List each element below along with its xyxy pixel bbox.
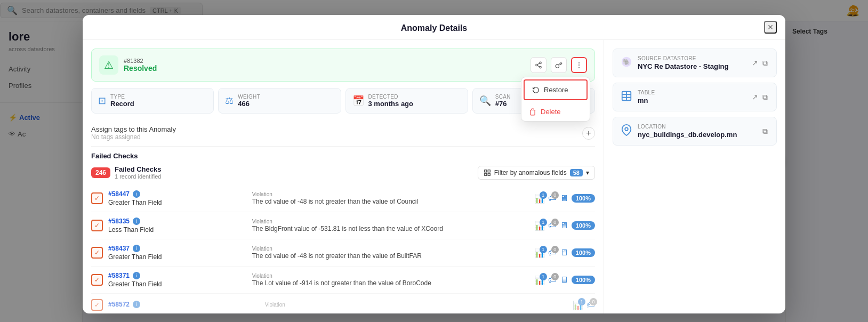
meta-weight-card: ⚖ Weight 466 bbox=[218, 88, 341, 114]
meta-cards: ⊡ Type Record ⚖ Weight 466 📅 bbox=[91, 88, 595, 114]
check-id-row-3: #58371 i bbox=[108, 272, 247, 279]
anomaly-id-info: #81382 Resolved bbox=[124, 58, 157, 73]
add-tag-button[interactable]: + bbox=[582, 127, 595, 140]
svg-line-4 bbox=[537, 63, 540, 65]
bar-chart-badge-4[interactable]: 📊 1 bbox=[573, 300, 583, 310]
heart-badge-1[interactable]: 🏷 0 bbox=[548, 221, 557, 230]
svg-point-1 bbox=[536, 64, 538, 66]
violation-label-3: Violation bbox=[252, 273, 529, 279]
failed-sub-label: 1 record identified bbox=[115, 173, 161, 180]
check-checkbox-4[interactable]: ✓ bbox=[91, 299, 103, 311]
weight-label: Weight bbox=[238, 94, 260, 100]
scan-value: #76 bbox=[495, 100, 511, 108]
tags-empty-label: No tags assigned bbox=[91, 133, 176, 141]
heart-badge-4[interactable]: 🏷 0 bbox=[586, 300, 595, 310]
check-icons-3: 📊 1 🏷 0 🖥 100% bbox=[534, 275, 595, 285]
violation-text-2: The cd value of -48 is not greater than … bbox=[252, 252, 529, 260]
restore-menu-item[interactable]: Restore bbox=[524, 79, 588, 100]
detected-label: Detected bbox=[368, 94, 414, 100]
check-id-3[interactable]: #58371 bbox=[108, 272, 130, 279]
svg-rect-5 bbox=[484, 170, 486, 172]
count2-0: 0 bbox=[551, 191, 559, 199]
heart-badge-2[interactable]: 🏷 0 bbox=[548, 248, 557, 257]
check-id-0[interactable]: #58447 bbox=[108, 190, 130, 198]
key-button[interactable] bbox=[551, 57, 567, 73]
check-icons-0: 📊 1 🏷 0 🖥 100% bbox=[534, 194, 595, 204]
check-icons-1: 📊 1 🏷 0 🖥 100% bbox=[534, 221, 595, 231]
check-row-4: ✓ #58572 i Violation 📊 bbox=[91, 294, 595, 313]
datastore-copy-icon[interactable]: ⧉ bbox=[761, 58, 769, 69]
filter-anomalous-button[interactable]: Filter by anomalous fields 58 ▾ bbox=[478, 166, 595, 180]
modal-title: Anomaly Details bbox=[401, 23, 467, 33]
anomaly-warning-icon: ⚠ bbox=[99, 55, 118, 75]
more-options-button[interactable]: ⋮ bbox=[571, 57, 587, 73]
info-card-table: Table mn ↗ ⧉ bbox=[613, 83, 777, 111]
bar-chart-badge-3[interactable]: 📊 1 bbox=[534, 275, 545, 285]
check-info-icon-0: i bbox=[133, 190, 140, 198]
location-content: Location nyc_buildings_db.develop.mn bbox=[638, 124, 756, 139]
filter-icon bbox=[484, 169, 491, 176]
check-row-3: ✓ #58371 i Greater Than Field Violation … bbox=[91, 267, 595, 294]
check-info-icon-4: i bbox=[133, 301, 140, 308]
heart-badge-3[interactable]: 🏷 0 bbox=[548, 275, 557, 285]
delete-menu-item[interactable]: Delete bbox=[521, 102, 590, 121]
weight-value: 466 bbox=[238, 100, 260, 108]
check-info-icon-2: i bbox=[133, 245, 140, 252]
modal-close-button[interactable]: × bbox=[764, 21, 777, 34]
meta-detected-content: Detected 3 months ago bbox=[368, 94, 414, 108]
type-icon: ⊡ bbox=[98, 95, 106, 107]
filter-dropdown-icon: ▾ bbox=[586, 169, 589, 176]
pct-badge-0: 100% bbox=[572, 194, 595, 203]
heart-badge-0[interactable]: 🏷 0 bbox=[548, 194, 557, 203]
datastore-content: Source Datastore NYC Re Datastore - Stag… bbox=[638, 55, 745, 70]
modal-header: Anomaly Details × bbox=[83, 15, 785, 40]
check-checkbox-0[interactable]: ✓ bbox=[91, 192, 103, 204]
check-main-4: #58572 i bbox=[108, 301, 260, 309]
location-copy-icon[interactable]: ⧉ bbox=[761, 126, 769, 137]
bar-chart-badge-2[interactable]: 📊 1 bbox=[534, 248, 545, 258]
monitor-icon-2[interactable]: 🖥 bbox=[560, 248, 568, 257]
check-id-row-1: #58335 i bbox=[108, 218, 247, 225]
check-main-0: #58447 i Greater Than Field bbox=[108, 190, 247, 206]
check-name-0: Greater Than Field bbox=[108, 199, 247, 206]
violation-text-3: The Lot value of -914 is not greater tha… bbox=[252, 279, 529, 287]
datastore-link-icon[interactable]: ↗ bbox=[751, 58, 759, 69]
bar-chart-badge-1[interactable]: 📊 1 bbox=[534, 221, 545, 231]
share-button[interactable] bbox=[531, 57, 546, 73]
check-checkbox-3[interactable]: ✓ bbox=[91, 274, 103, 286]
check-info-icon-3: i bbox=[133, 272, 140, 279]
table-link-icon[interactable]: ↗ bbox=[751, 92, 759, 103]
restore-icon bbox=[532, 86, 540, 94]
bar-chart-badge-0[interactable]: 📊 1 bbox=[534, 194, 545, 204]
anomaly-id-text: #81382 bbox=[124, 58, 157, 64]
failed-checks-section-title: Failed Checks bbox=[91, 152, 595, 160]
check-main-3: #58371 i Greater Than Field bbox=[108, 272, 247, 288]
detected-value: 3 months ago bbox=[368, 100, 414, 108]
detected-icon: 📅 bbox=[352, 95, 364, 107]
anomaly-status-text: Resolved bbox=[124, 64, 157, 73]
check-checkbox-2[interactable]: ✓ bbox=[91, 247, 103, 259]
pct-badge-2: 100% bbox=[572, 248, 595, 257]
table-copy-icon[interactable]: ⧉ bbox=[761, 92, 769, 103]
anomaly-actions: ⋮ bbox=[531, 57, 587, 73]
check-id-4[interactable]: #58572 bbox=[108, 301, 130, 308]
warning-triangle-icon: ⚠ bbox=[104, 59, 114, 71]
count1-0: 1 bbox=[540, 191, 547, 199]
monitor-icon-3[interactable]: 🖥 bbox=[560, 275, 568, 285]
meta-type-content: Type Record bbox=[110, 94, 134, 108]
anomaly-header: ⚠ #81382 Resolved bbox=[91, 49, 595, 82]
datastore-icon: 🐘 bbox=[621, 56, 632, 70]
monitor-icon-1[interactable]: 🖥 bbox=[560, 221, 568, 230]
check-id-1[interactable]: #58335 bbox=[108, 218, 130, 225]
meta-weight-content: Weight 466 bbox=[238, 94, 260, 108]
check-info-icon-1: i bbox=[133, 218, 140, 225]
monitor-icon-0[interactable]: 🖥 bbox=[560, 194, 568, 203]
failed-checks-label: Failed Checks bbox=[115, 165, 161, 173]
check-row-2: ✓ #58437 i Greater Than Field Violation … bbox=[91, 239, 595, 267]
filter-count: 58 bbox=[570, 169, 583, 176]
check-id-row-2: #58437 i bbox=[108, 245, 247, 252]
check-main-2: #58437 i Greater Than Field bbox=[108, 245, 247, 261]
check-checkbox-1[interactable]: ✓ bbox=[91, 220, 103, 231]
check-id-2[interactable]: #58437 bbox=[108, 245, 130, 252]
check-id-row-0: #58447 i bbox=[108, 190, 247, 198]
